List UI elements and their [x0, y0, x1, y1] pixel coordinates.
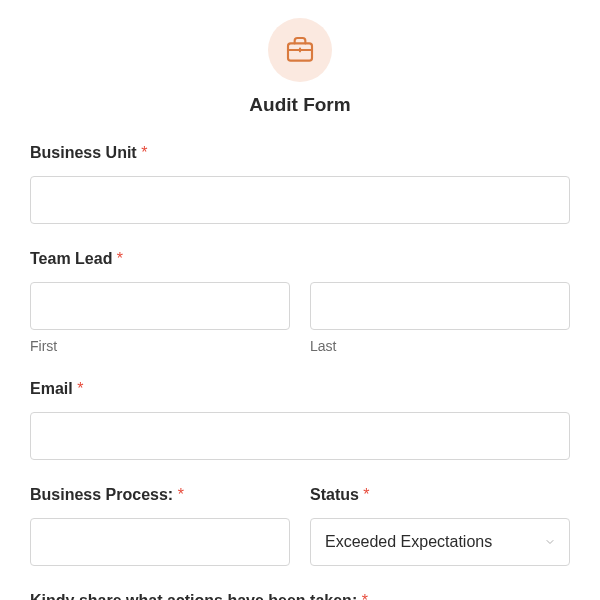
briefcase-icon [284, 34, 316, 66]
team-lead-label-text: Team Lead [30, 250, 112, 267]
actions-label: Kindy share what actions have been taken… [30, 592, 570, 600]
status-select[interactable]: Exceeded Expectations [310, 518, 570, 566]
field-email: Email * [30, 380, 570, 460]
actions-label-text: Kindy share what actions have been taken… [30, 592, 357, 600]
business-unit-label: Business Unit * [30, 144, 570, 162]
first-sublabel: First [30, 338, 290, 354]
required-mark: * [363, 486, 369, 503]
required-mark: * [141, 144, 147, 161]
business-process-label: Business Process: * [30, 486, 290, 504]
email-input[interactable] [30, 412, 570, 460]
team-lead-last-input[interactable] [310, 282, 570, 330]
form-header: Audit Form [30, 0, 570, 116]
business-unit-label-text: Business Unit [30, 144, 137, 161]
status-label: Status * [310, 486, 570, 504]
email-label: Email * [30, 380, 570, 398]
team-lead-label: Team Lead * [30, 250, 570, 268]
field-actions: Kindy share what actions have been taken… [30, 592, 570, 600]
required-mark: * [178, 486, 184, 503]
field-row-process-status: Business Process: * Status * Exceeded Ex… [30, 486, 570, 566]
field-team-lead: Team Lead * First Last [30, 250, 570, 354]
business-process-input[interactable] [30, 518, 290, 566]
required-mark: * [117, 250, 123, 267]
business-unit-input[interactable] [30, 176, 570, 224]
field-business-unit: Business Unit * [30, 144, 570, 224]
status-label-text: Status [310, 486, 359, 503]
business-process-label-text: Business Process: [30, 486, 173, 503]
email-label-text: Email [30, 380, 73, 397]
status-selected-value: Exceeded Expectations [325, 533, 492, 551]
team-lead-first-input[interactable] [30, 282, 290, 330]
required-mark: * [362, 592, 368, 600]
form-title: Audit Form [249, 94, 350, 116]
required-mark: * [77, 380, 83, 397]
briefcase-icon-container [268, 18, 332, 82]
last-sublabel: Last [310, 338, 570, 354]
